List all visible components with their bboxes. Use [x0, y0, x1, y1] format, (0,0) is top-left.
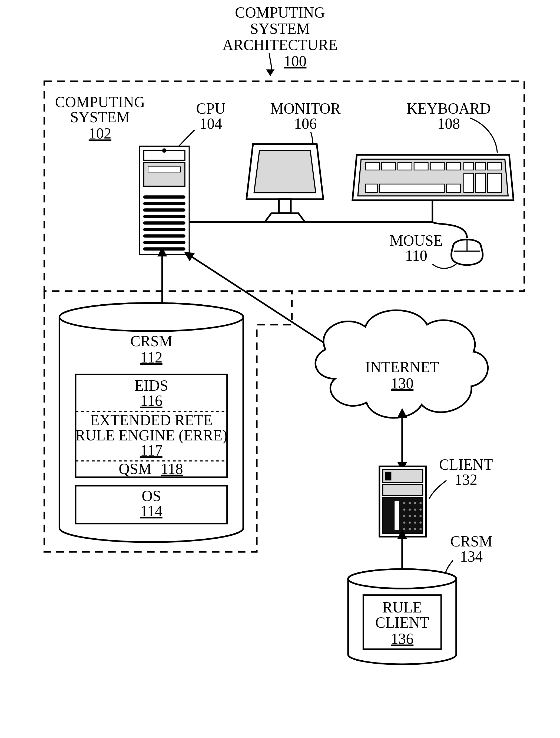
keyboard-label: KEYBOARD 108 — [407, 100, 497, 152]
svg-text:104: 104 — [199, 115, 222, 132]
svg-text:CLIENT: CLIENT — [375, 614, 429, 631]
svg-text:SYSTEM: SYSTEM — [70, 109, 130, 125]
svg-rect-69 — [383, 485, 423, 495]
client-icon — [379, 466, 426, 537]
svg-text:RULE ENGINE (ERRE): RULE ENGINE (ERRE) — [75, 427, 227, 444]
svg-rect-28 — [365, 162, 379, 170]
svg-rect-30 — [398, 162, 412, 170]
svg-text:108: 108 — [437, 115, 460, 132]
title-line1: COMPUTING — [235, 4, 325, 21]
svg-point-82 — [414, 515, 416, 517]
client-label: CLIENT 132 — [429, 456, 493, 499]
svg-point-79 — [419, 508, 422, 511]
svg-point-72 — [403, 502, 405, 504]
svg-text:COMPUTING: COMPUTING — [55, 94, 145, 110]
diagram-title: COMPUTING SYSTEM ARCHITECTURE 100 — [222, 4, 338, 76]
svg-text:INTERNET: INTERNET — [365, 359, 439, 375]
architecture-diagram: COMPUTING SYSTEM ARCHITECTURE 100 COMPUT… — [0, 0, 560, 738]
svg-text:CRSM: CRSM — [450, 533, 492, 550]
svg-point-11 — [162, 148, 166, 152]
svg-point-81 — [409, 515, 411, 517]
svg-rect-68 — [385, 472, 391, 480]
title-line3: ARCHITECTURE — [222, 36, 338, 53]
svg-point-87 — [419, 521, 422, 524]
svg-text:134: 134 — [460, 548, 483, 565]
svg-text:RULE: RULE — [382, 599, 422, 616]
crsm2-cylinder: RULE CLIENT 136 — [348, 569, 456, 664]
svg-text:MONITOR: MONITOR — [270, 100, 341, 117]
svg-text:EIDS: EIDS — [135, 377, 168, 394]
svg-point-86 — [414, 521, 416, 524]
svg-rect-42 — [488, 173, 502, 193]
svg-rect-35 — [476, 162, 485, 170]
svg-rect-29 — [382, 162, 396, 170]
svg-point-89 — [409, 528, 411, 530]
crsm-cylinder: CRSM 112 EIDS 116 EXTENDED RETE RULE ENG… — [59, 303, 243, 542]
svg-point-78 — [414, 508, 416, 511]
svg-point-76 — [403, 508, 405, 511]
svg-point-83 — [419, 515, 422, 517]
svg-rect-40 — [464, 173, 474, 193]
svg-text:OS: OS — [142, 487, 161, 504]
svg-point-95 — [348, 569, 456, 589]
svg-text:MOUSE: MOUSE — [390, 232, 443, 249]
svg-text:QSM: QSM — [119, 460, 151, 477]
svg-rect-25 — [279, 199, 291, 213]
svg-rect-36 — [488, 162, 502, 170]
svg-marker-3 — [266, 69, 275, 76]
svg-point-91 — [419, 528, 422, 530]
svg-point-84 — [403, 521, 405, 524]
svg-rect-34 — [464, 162, 474, 170]
svg-text:130: 130 — [391, 375, 414, 392]
svg-point-80 — [403, 515, 405, 517]
svg-text:132: 132 — [455, 471, 477, 488]
svg-point-48 — [59, 303, 243, 331]
monitor-icon — [246, 144, 324, 222]
svg-rect-39 — [446, 184, 461, 193]
cpu-icon — [139, 146, 189, 254]
svg-point-88 — [403, 528, 405, 530]
svg-rect-31 — [414, 162, 428, 170]
svg-text:CLIENT: CLIENT — [439, 456, 493, 473]
svg-rect-33 — [446, 162, 461, 170]
svg-text:112: 112 — [140, 349, 162, 366]
mouse-label: MOUSE 110 — [390, 232, 458, 268]
svg-text:KEYBOARD: KEYBOARD — [407, 100, 491, 117]
svg-rect-71 — [395, 501, 399, 530]
svg-point-77 — [409, 508, 411, 511]
svg-text:CPU: CPU — [196, 100, 225, 117]
svg-point-90 — [414, 528, 416, 530]
svg-rect-32 — [430, 162, 444, 170]
svg-rect-13 — [148, 166, 181, 172]
keyboard-icon — [352, 155, 514, 222]
svg-rect-70 — [383, 498, 423, 533]
svg-rect-41 — [476, 173, 485, 193]
svg-rect-38 — [379, 184, 444, 193]
svg-text:CRSM: CRSM — [130, 333, 172, 350]
svg-text:110: 110 — [405, 247, 427, 264]
computing-system-label: COMPUTING SYSTEM 102 — [55, 94, 145, 142]
svg-point-74 — [414, 502, 416, 504]
svg-text:114: 114 — [140, 503, 162, 519]
svg-point-73 — [409, 502, 411, 504]
svg-point-85 — [409, 521, 411, 524]
svg-text:106: 106 — [294, 115, 317, 132]
svg-text:117: 117 — [140, 442, 162, 459]
svg-text:102: 102 — [89, 125, 111, 142]
svg-rect-12 — [144, 162, 185, 186]
svg-point-75 — [419, 502, 422, 504]
title-line2: SYSTEM — [250, 20, 310, 37]
svg-text:118: 118 — [161, 460, 183, 477]
svg-rect-37 — [365, 184, 377, 193]
internet-cloud: INTERNET 130 — [316, 310, 488, 418]
svg-text:EXTENDED RETE: EXTENDED RETE — [90, 412, 212, 428]
svg-text:136: 136 — [391, 630, 414, 647]
svg-text:116: 116 — [140, 392, 162, 409]
title-ref: 100 — [284, 53, 307, 69]
